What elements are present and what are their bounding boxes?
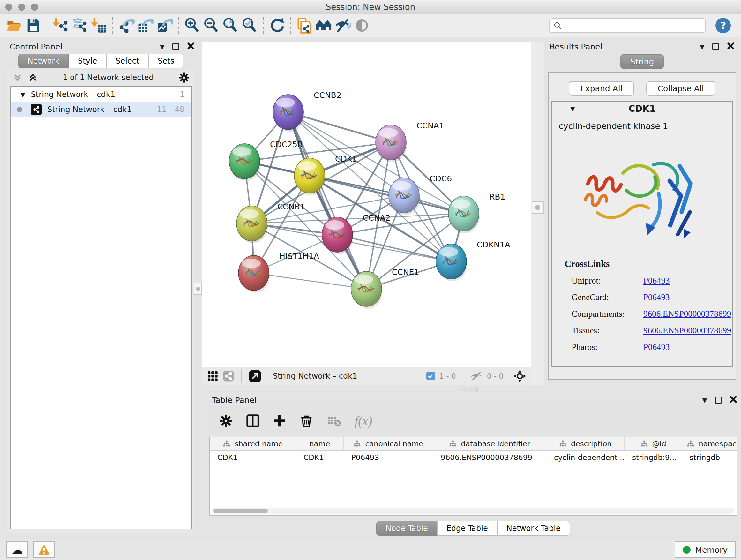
- warnings-button[interactable]: [33, 542, 55, 558]
- tab-node-table[interactable]: Node Table: [376, 521, 437, 536]
- tab-network-table[interactable]: Network Table: [497, 521, 570, 536]
- enhance-display-button[interactable]: [333, 16, 352, 35]
- collapse-all-networks-icon[interactable]: [12, 72, 23, 83]
- selected-checkbox-icon[interactable]: [426, 372, 435, 380]
- network-node-CCNB1[interactable]: [237, 206, 268, 243]
- column-header-database-identifier[interactable]: database identifier: [433, 437, 546, 450]
- zoom-fit-button[interactable]: [221, 16, 240, 35]
- tab-select[interactable]: Select: [106, 54, 148, 68]
- cell-database-identifier[interactable]: 9606.ENSP00000378699: [433, 451, 546, 464]
- collapse-all-button[interactable]: Collapse All: [646, 81, 716, 96]
- table-horizontal-scrollbar[interactable]: [212, 508, 735, 514]
- protein-header[interactable]: ▼ CDK1: [552, 102, 732, 116]
- network-node-CDK1[interactable]: [294, 158, 326, 195]
- cell-namespace[interactable]: stringdb: [682, 451, 737, 464]
- table-options-gear-icon[interactable]: [219, 414, 233, 428]
- column-header-description[interactable]: description: [546, 437, 624, 450]
- detach-view-icon[interactable]: [249, 370, 261, 382]
- enhance-display-icon: [334, 17, 351, 34]
- column-header-namespace[interactable]: namespace: [682, 437, 737, 450]
- tab-style[interactable]: Style: [69, 54, 106, 68]
- results-splitter-handle[interactable]: [532, 201, 544, 213]
- open-file-button[interactable]: [4, 16, 23, 35]
- export-table-button[interactable]: [136, 16, 155, 35]
- export-network-button[interactable]: [117, 16, 136, 35]
- memory-button[interactable]: Memory: [675, 542, 736, 558]
- expand-all-networks-icon[interactable]: [27, 72, 38, 83]
- crosslink-link[interactable]: P06493: [643, 342, 670, 352]
- tab-network[interactable]: Network: [18, 54, 69, 68]
- expand-all-button[interactable]: Expand All: [569, 81, 634, 96]
- column-header-shared-name[interactable]: shared name: [210, 437, 296, 450]
- protein-structure-image: [578, 142, 706, 248]
- table-panel-menu-icon[interactable]: ▼: [702, 396, 707, 404]
- zoom-out-button[interactable]: [202, 16, 221, 35]
- column-header-name[interactable]: name: [296, 437, 344, 450]
- control-panel-menu-icon[interactable]: ▼: [160, 43, 165, 51]
- control-panel-close-icon[interactable]: [187, 42, 195, 51]
- table-splitter-handle[interactable]: [463, 387, 478, 392]
- network-options-gear-icon[interactable]: [178, 71, 190, 84]
- import-table-button[interactable]: [89, 16, 109, 35]
- network-node-CDC6[interactable]: [389, 178, 420, 215]
- results-tab-string[interactable]: String: [620, 54, 664, 69]
- cell-@id[interactable]: stringdb:9...: [624, 451, 682, 464]
- table-panel-close-icon[interactable]: [730, 395, 737, 405]
- network-graph[interactable]: CCNB2CCNA1CDC25BCDK1CDC6RB1CCNB1CCNA2CDK…: [202, 42, 531, 367]
- clone-network-button[interactable]: [295, 16, 314, 35]
- results-panel-close-icon[interactable]: [727, 42, 735, 51]
- network-view-list-icon[interactable]: [223, 370, 234, 382]
- birds-eye-view-icon[interactable]: [513, 369, 527, 383]
- cell-name[interactable]: CDK1: [296, 451, 344, 464]
- crosslink-row: Pharos:P06493: [564, 342, 732, 352]
- network-node-CDKN1A[interactable]: [436, 244, 467, 281]
- scrollbar-thumb[interactable]: [213, 509, 268, 513]
- refresh-network-button[interactable]: [267, 16, 286, 35]
- crosslink-link[interactable]: 9606.ENSP00000378699: [643, 326, 731, 335]
- search-input[interactable]: [562, 21, 701, 30]
- import-network-button[interactable]: [51, 16, 70, 35]
- grid-view-icon[interactable]: [207, 370, 218, 382]
- zoom-in-button[interactable]: [183, 16, 202, 35]
- crosslink-link[interactable]: P06493: [643, 276, 670, 286]
- results-panel-menu-icon[interactable]: ▼: [700, 43, 704, 51]
- save-session-button[interactable]: [23, 16, 43, 35]
- column-header-canonical-name[interactable]: canonical name: [344, 437, 433, 450]
- import-network-database-button[interactable]: [70, 16, 89, 35]
- network-node-CCNB2[interactable]: [273, 95, 304, 132]
- network-node-CCNE1[interactable]: [351, 271, 382, 309]
- protein-caret-icon[interactable]: ▼: [570, 105, 575, 112]
- show-graphics-details-button[interactable]: [352, 16, 372, 35]
- network-node-HIST1H1A[interactable]: [239, 255, 270, 293]
- show-columns-icon[interactable]: [246, 414, 260, 428]
- results-panel-float-icon[interactable]: [712, 43, 719, 50]
- string-home-button[interactable]: [314, 16, 333, 35]
- control-panel-float-icon[interactable]: [172, 43, 179, 50]
- cloud-status-button[interactable]: ☁: [6, 542, 28, 558]
- zoom-selected-button[interactable]: [240, 16, 259, 35]
- network-node-CCNA2[interactable]: [322, 217, 353, 254]
- tab-sets[interactable]: Sets: [148, 54, 184, 68]
- search-box[interactable]: [549, 18, 706, 33]
- table-panel-float-icon[interactable]: [715, 396, 722, 403]
- help-button[interactable]: ?: [716, 18, 731, 33]
- table-row[interactable]: CDK1CDK1P064939606.ENSP00000378699cyclin…: [210, 451, 737, 464]
- crosslink-link[interactable]: 9606.ENSP00000378699: [643, 309, 731, 319]
- tab-edge-table[interactable]: Edge Table: [437, 521, 497, 536]
- network-row[interactable]: String Network – cdk1 11 48: [11, 102, 192, 117]
- network-collection-row[interactable]: ▼ String Network – cdk1 1: [11, 87, 192, 102]
- crosslink-link[interactable]: P06493: [643, 293, 670, 302]
- network-canvas[interactable]: CCNB2CCNA1CDC25BCDK1CDC6RB1CCNB1CCNA2CDK…: [202, 42, 531, 367]
- network-node-RB1[interactable]: [448, 196, 480, 233]
- column-header-@id[interactable]: @id: [624, 437, 682, 450]
- delete-column-icon[interactable]: [299, 414, 314, 428]
- export-image-button[interactable]: [155, 16, 174, 35]
- network-node-CDC25B[interactable]: [229, 144, 260, 181]
- collection-caret-icon[interactable]: ▼: [20, 91, 25, 98]
- cell-description[interactable]: cyclin-dependent ...: [546, 451, 624, 464]
- control-splitter-handle[interactable]: [194, 283, 202, 295]
- create-column-icon[interactable]: [272, 414, 287, 428]
- cell-shared-name[interactable]: CDK1: [210, 451, 296, 464]
- cell-canonical-name[interactable]: P06493: [344, 451, 433, 464]
- network-node-CCNA1[interactable]: [376, 125, 407, 162]
